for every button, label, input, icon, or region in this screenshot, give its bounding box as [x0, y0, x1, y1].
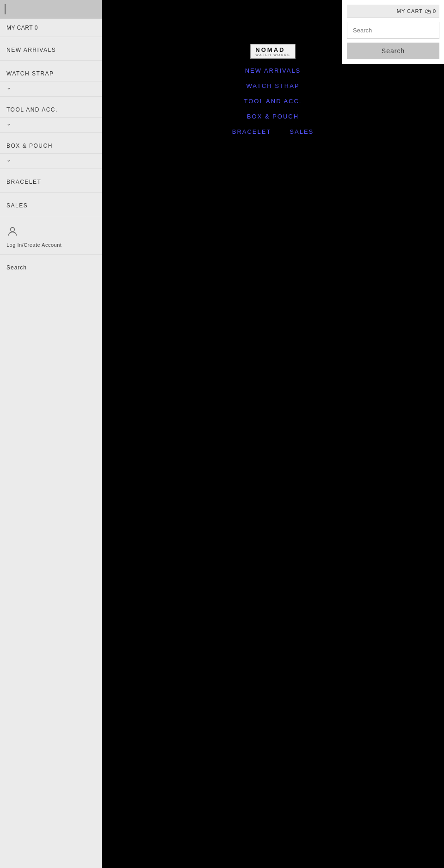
sidebar-item-sales[interactable]: SALES: [0, 193, 102, 216]
sidebar: MY CART 0 NEW ARRIVALS WATCH STRAP ⌄ TOO…: [0, 0, 102, 868]
sidebar-item-tool-and-acc[interactable]: TOOL AND ACC.: [0, 97, 102, 118]
sidebar-item-label-sales: SALES: [6, 202, 28, 209]
sidebar-item-label-new-arrivals: NEW ARRIVALS: [6, 47, 56, 53]
sidebar-item-label-box-and-pouch: BOX & POUCH: [6, 143, 53, 149]
logo-sub: WATCH WORKS: [255, 53, 290, 56]
center-nav-link-box-and-pouch[interactable]: BOX & POUCH: [247, 113, 299, 120]
watch-strap-chevron-icon: ⌄: [6, 84, 11, 91]
sidebar-cart-label: MY CART 0: [6, 25, 38, 31]
center-nav-link-sales[interactable]: SALES: [290, 128, 314, 135]
search-button[interactable]: Search: [347, 43, 439, 59]
shopping-bag-icon: 🛍: [425, 7, 431, 15]
user-icon: [6, 225, 18, 239]
center-nav-link-tool-and-acc[interactable]: TOOL AND ACC.: [244, 98, 302, 105]
box-and-pouch-chevron-row[interactable]: ⌄: [0, 154, 102, 169]
login-row[interactable]: Log In/Create Account: [0, 216, 102, 255]
sidebar-item-watch-strap[interactable]: WATCH STRAP: [0, 61, 102, 81]
search-input[interactable]: [347, 22, 439, 39]
search-overlay-panel: MY CART 🛍 0 Search: [342, 0, 444, 64]
sidebar-topbar: [0, 0, 102, 19]
sidebar-item-label-bracelet: BRACELET: [6, 179, 41, 185]
search-overlay-cart-label: MY CART: [397, 8, 423, 14]
watch-strap-chevron-row[interactable]: ⌄: [0, 81, 102, 97]
sidebar-item-bracelet[interactable]: BRACELET: [0, 169, 102, 193]
sidebar-item-label-tool-and-acc: TOOL AND ACC.: [6, 106, 58, 113]
topbar-line: [5, 4, 6, 14]
center-nav-link-bracelet[interactable]: BRACELET: [232, 128, 271, 135]
logo-box: NOMAD WATCH WORKS: [250, 44, 295, 59]
center-nav-link-watch-strap[interactable]: WATCH STRAP: [246, 82, 299, 89]
sidebar-item-box-and-pouch[interactable]: BOX & POUCH: [0, 133, 102, 154]
box-and-pouch-chevron-icon: ⌄: [6, 156, 11, 163]
tool-and-acc-chevron-row[interactable]: ⌄: [0, 118, 102, 133]
sidebar-item-new-arrivals[interactable]: NEW ARRIVALS: [0, 37, 102, 61]
sidebar-search-row[interactable]: Search: [0, 255, 102, 278]
sidebar-search-label: Search: [6, 264, 27, 271]
logo-area: NOMAD WATCH WORKS: [250, 44, 295, 59]
logo-brand: NOMAD: [255, 46, 290, 53]
center-nav-bottom-row: BRACELET SALES: [232, 128, 314, 135]
svg-point-0: [11, 227, 15, 231]
search-overlay-cart-bar[interactable]: MY CART 🛍 0: [347, 5, 439, 18]
sidebar-item-label-watch-strap: WATCH STRAP: [6, 70, 54, 77]
login-label: Log In/Create Account: [6, 242, 62, 248]
tool-and-acc-chevron-icon: ⌄: [6, 120, 11, 127]
search-overlay-cart-count: 0: [433, 8, 436, 14]
center-nav-link-new-arrivals[interactable]: NEW ARRIVALS: [245, 67, 301, 74]
sidebar-cart-bar[interactable]: MY CART 0: [0, 19, 102, 37]
